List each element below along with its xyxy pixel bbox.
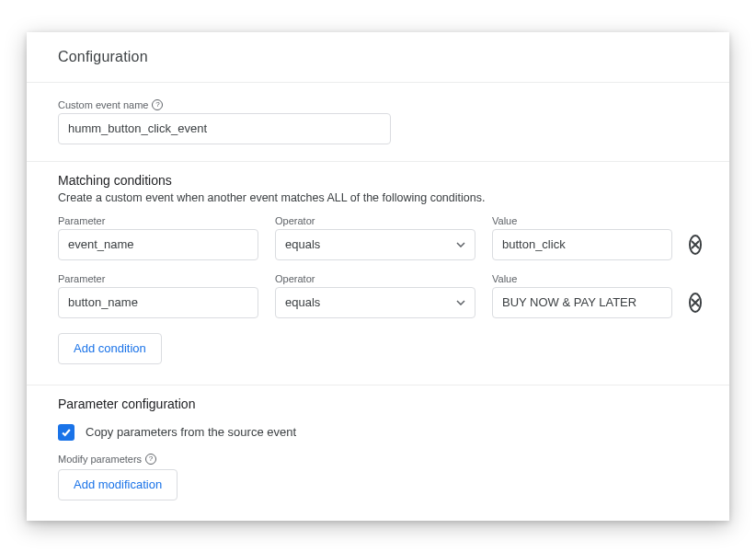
check-icon (61, 427, 72, 438)
value-label: Value (492, 215, 672, 226)
condition-row: Parameter Operator equals Value (58, 215, 698, 260)
operator-label: Operator (275, 273, 475, 284)
value-input[interactable] (492, 229, 672, 260)
value-label: Value (492, 273, 672, 284)
page-title: Configuration (58, 49, 698, 65)
add-modification-button[interactable]: Add modification (58, 469, 178, 500)
modify-parameters-label-text: Modify parameters (58, 454, 142, 465)
header-section: Configuration (27, 32, 729, 71)
configuration-panel: Configuration Custom event name ? Matchi… (27, 32, 729, 521)
operator-value: equals (285, 295, 320, 309)
copy-parameters-row: Copy parameters from the source event (58, 424, 698, 441)
matching-description: Create a custom event when another event… (58, 191, 698, 204)
help-icon[interactable]: ? (145, 454, 156, 465)
copy-parameters-checkbox[interactable] (58, 424, 74, 441)
matching-heading: Matching conditions (58, 173, 698, 188)
parameter-label: Parameter (58, 273, 258, 284)
modify-parameters-label: Modify parameters ? (58, 454, 698, 465)
parameter-label: Parameter (58, 215, 258, 226)
custom-event-section: Custom event name ? (27, 83, 729, 150)
value-input[interactable] (492, 287, 672, 318)
chevron-down-icon (456, 242, 465, 247)
chevron-down-icon (456, 300, 465, 305)
parameter-input[interactable] (58, 229, 258, 260)
remove-condition-button[interactable] (689, 235, 702, 255)
operator-select[interactable]: equals (275, 287, 475, 318)
matching-conditions-section: Matching conditions Create a custom even… (27, 162, 729, 370)
copy-parameters-label: Copy parameters from the source event (86, 425, 296, 439)
operator-select[interactable]: equals (275, 229, 475, 260)
custom-event-label: Custom event name ? (58, 99, 698, 110)
close-icon (691, 240, 700, 249)
custom-event-label-text: Custom event name (58, 99, 148, 110)
operator-value: equals (285, 237, 320, 251)
remove-condition-button[interactable] (689, 293, 702, 313)
condition-row: Parameter Operator equals Value (58, 273, 698, 318)
parameter-config-section: Parameter configuration Copy parameters … (27, 385, 729, 521)
parameter-input[interactable] (58, 287, 258, 318)
add-condition-button[interactable]: Add condition (58, 333, 162, 364)
help-icon[interactable]: ? (152, 99, 163, 110)
operator-label: Operator (275, 215, 475, 226)
parameter-config-heading: Parameter configuration (58, 397, 698, 411)
close-icon (691, 298, 700, 307)
custom-event-name-input[interactable] (58, 113, 391, 144)
